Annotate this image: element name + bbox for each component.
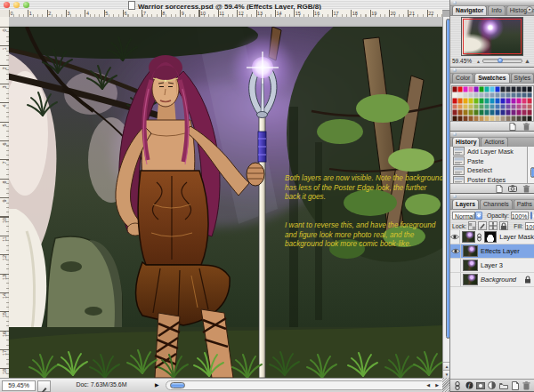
opacity-value[interactable]: 100% [511, 212, 529, 220]
opacity-arrow-icon[interactable] [530, 212, 532, 220]
zoom-out-icon[interactable]: ▲ [474, 59, 482, 64]
fill-value[interactable]: 100% [525, 222, 534, 230]
tab-navigator[interactable]: Navigator [452, 6, 487, 15]
ruler-number: 11 [219, 10, 224, 17]
ruler-number: 21 [409, 10, 415, 17]
new-snapshot-button[interactable] [507, 185, 518, 192]
add-layer-mask-button[interactable] [476, 380, 486, 390]
lock-transparency-button[interactable] [468, 221, 476, 230]
layer-thumbnail [463, 260, 478, 271]
photoshop-workspace: Warrior sorceress.psd @ 59.4% (Effects L… [0, 0, 534, 392]
history-item[interactable]: Add Layer Mask [450, 147, 527, 156]
delete-layer-button[interactable] [522, 380, 531, 390]
canvas-image[interactable]: Both layers are now visible. Note the ba… [9, 27, 442, 378]
history-item-icon [453, 147, 465, 156]
layer-style-button[interactable]: f [465, 380, 474, 390]
ruler-number: 4 [2, 101, 7, 110]
zoom-field[interactable]: 59.45% [2, 380, 36, 391]
lock-label: Lock: [452, 223, 466, 229]
navigator-zoom-slider[interactable] [482, 59, 522, 63]
lock-position-button[interactable] [489, 221, 498, 230]
ruler-number: 8 [162, 10, 165, 17]
fx-icon: f [465, 381, 473, 389]
zoom-in-icon[interactable]: ▲ [522, 58, 532, 64]
history-item[interactable]: Deselect [450, 166, 527, 176]
folder-icon [499, 382, 508, 389]
palette-titlebar[interactable] [450, 0, 534, 6]
color-swatch[interactable] [527, 98, 532, 104]
history-scrollbar-thumb[interactable] [530, 167, 534, 178]
visibility-toggle[interactable] [450, 259, 461, 272]
palette-close-button[interactable] [453, 132, 457, 136]
history-item[interactable]: Paste [450, 156, 527, 166]
color-swatch[interactable] [527, 86, 532, 92]
ruler-number: 5 [105, 10, 108, 17]
palette-titlebar[interactable] [450, 194, 534, 200]
panel-menu-button[interactable] [526, 6, 533, 13]
new-swatch-button[interactable] [507, 123, 518, 130]
delete-state-button[interactable] [521, 185, 531, 192]
new-layer-button[interactable] [510, 380, 520, 390]
layer-thumbnail [463, 245, 478, 257]
opacity-label: Opacity: [487, 212, 509, 219]
layer-row[interactable]: Effects Layer [450, 244, 534, 259]
color-swatch[interactable] [527, 92, 532, 99]
navigator-thumbnail[interactable] [461, 17, 523, 56]
palette-titlebar[interactable] [450, 132, 534, 138]
tab-info[interactable]: Info [488, 6, 505, 15]
delete-swatch-button[interactable] [521, 123, 531, 130]
ruler-number: 20 [391, 10, 396, 17]
ruler-number: 1 [2, 44, 7, 53]
layer-name: Layer Mask [499, 233, 534, 241]
visibility-toggle[interactable] [450, 230, 460, 244]
history-scrollbar[interactable] [527, 147, 534, 184]
navigator-view-box[interactable] [463, 19, 522, 54]
palette-close-button[interactable] [453, 195, 457, 198]
scroll-left-arrow[interactable]: ◀ [426, 381, 430, 389]
new-document-from-state-button[interactable] [494, 185, 505, 192]
tab-swatches[interactable]: Swatches [474, 74, 509, 83]
tab-history[interactable]: History [452, 138, 480, 147]
palette-close-button[interactable] [453, 1, 457, 4]
layer-row[interactable]: Background [450, 273, 534, 287]
mask-icon [476, 382, 485, 389]
tab-styles[interactable]: Styles [511, 74, 534, 83]
window-resize-grip[interactable] [442, 378, 449, 392]
zoom-slider-knob[interactable] [498, 58, 503, 63]
camera-icon [508, 185, 517, 192]
ruler-number: 17 [333, 10, 338, 17]
history-bottombar [450, 183, 534, 193]
layer-name: Layer 3 [481, 261, 503, 269]
adjustment-layer-button[interactable] [487, 380, 497, 390]
tab-color[interactable]: Color [452, 74, 473, 83]
adjustment-icon [488, 381, 496, 389]
layers-bottombar: f [450, 379, 534, 391]
color-swatch[interactable] [527, 109, 532, 116]
tab-layers[interactable]: Layers [452, 200, 479, 209]
link-layers-button[interactable] [453, 380, 463, 390]
lock-pixels-button[interactable] [478, 221, 487, 230]
navigator-zoom-value[interactable]: 59.45% [452, 58, 474, 64]
tab-actions[interactable]: Actions [481, 138, 507, 147]
scroll-right-arrow[interactable]: ▶ [435, 381, 439, 389]
horizontal-scrollbar-thumb[interactable] [170, 382, 185, 388]
ruler-number: 12 [239, 10, 244, 17]
new-group-button[interactable] [498, 380, 508, 390]
palette-close-button[interactable] [453, 68, 457, 72]
layer-row[interactable]: Layer Mask [450, 230, 534, 244]
visibility-toggle[interactable] [450, 244, 461, 258]
visibility-toggle[interactable] [450, 273, 461, 286]
tab-channels[interactable]: Channels [480, 200, 513, 209]
color-swatch[interactable] [527, 104, 532, 110]
status-tool-button[interactable] [37, 380, 51, 392]
horizontal-scrollbar[interactable]: ◀ ▶ [166, 380, 447, 390]
stepper-icon[interactable] [475, 212, 482, 220]
new-page-icon [512, 381, 519, 390]
tab-paths[interactable]: Paths [514, 200, 534, 209]
lock-all-button[interactable] [499, 221, 508, 230]
blend-mode-dropdown[interactable]: Normal [452, 212, 475, 220]
palette-titlebar[interactable] [450, 68, 534, 74]
status-popup-arrow[interactable]: ▶ [155, 381, 159, 388]
pen-icon [40, 386, 48, 392]
layer-row[interactable]: Layer 3 [450, 259, 534, 273]
